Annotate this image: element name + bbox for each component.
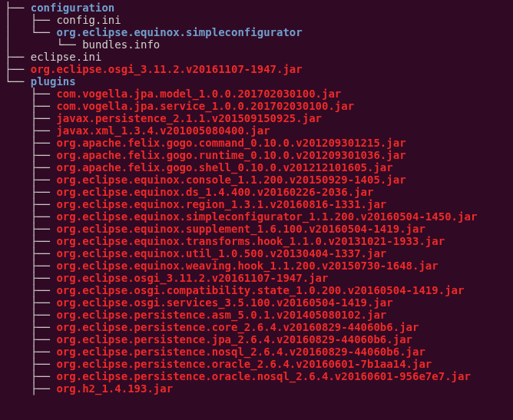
tree-prefix: │ └── xyxy=(5,26,56,38)
file-name: org.eclipse.osgi_3.11.2.v20161107-1947.j… xyxy=(56,272,328,284)
tree-line: ├── org.apache.felix.gogo.command_0.10.0… xyxy=(5,137,513,149)
file-name: org.h2_1.4.193.jar xyxy=(56,382,173,395)
tree-prefix: ├── xyxy=(5,124,56,137)
tree-line: ├── org.eclipse.osgi.services_3.5.100.v2… xyxy=(5,296,513,309)
tree-prefix: ├── xyxy=(5,284,56,296)
tree-prefix: ├── xyxy=(5,260,56,272)
tree-prefix: └── xyxy=(5,75,31,88)
file-name: com.vogella.jpa.model_1.0.0.201702030100… xyxy=(56,88,341,100)
tree-line: ├── org.apache.felix.gogo.shell_0.10.0.v… xyxy=(5,161,513,174)
tree-line: ├── org.eclipse.equinox.console_1.1.200.… xyxy=(5,174,513,186)
tree-prefix: ├── xyxy=(5,51,31,63)
tree-prefix: ├── xyxy=(5,210,56,223)
tree-prefix: ├── xyxy=(5,198,56,210)
file-name: org.eclipse.equinox.weaving.hook_1.1.200… xyxy=(56,260,438,272)
tree-prefix: ├── xyxy=(5,137,56,149)
tree-output: ├── configuration│ ├── config.ini│ └── o… xyxy=(0,0,513,395)
tree-prefix: │ ├── xyxy=(5,14,56,26)
tree-line: ├── org.eclipse.persistence.core_2.6.4.v… xyxy=(5,321,513,333)
file-name: org.eclipse.persistence.nosql_2.6.4.v201… xyxy=(56,346,425,358)
file-name: org.eclipse.persistence.jpa_2.6.4.v20160… xyxy=(56,333,412,346)
file-name: com.vogella.jpa.service_1.0.0.2017020301… xyxy=(56,100,354,112)
tree-line: └── plugins xyxy=(5,75,513,88)
tree-line: ├── org.eclipse.osgi_3.11.2.v20161107-19… xyxy=(5,63,513,75)
tree-prefix: ├── xyxy=(5,370,56,382)
tree-line: ├── eclipse.ini xyxy=(5,51,513,63)
tree-line: ├── org.eclipse.equinox.supplement_1.6.1… xyxy=(5,223,513,235)
tree-prefix: ├── xyxy=(5,63,31,75)
directory-name: org.eclipse.equinox.simpleconfigurator xyxy=(56,26,302,38)
tree-prefix: ├── xyxy=(5,333,56,346)
tree-prefix: ├── xyxy=(5,112,56,124)
tree-prefix: ├── xyxy=(5,223,56,235)
file-name: org.eclipse.equinox.util_1.0.500.v201304… xyxy=(56,247,386,260)
tree-line: ├── org.eclipse.persistence.oracle.nosql… xyxy=(5,370,513,382)
file-name: org.apache.felix.gogo.runtime_0.10.0.v20… xyxy=(56,149,405,161)
file-name: bundles.info xyxy=(82,38,160,51)
directory-name: configuration xyxy=(31,2,115,14)
file-name: eclipse.ini xyxy=(31,51,102,63)
tree-line: ├── org.eclipse.equinox.util_1.0.500.v20… xyxy=(5,247,513,260)
tree-line: ├── org.eclipse.persistence.asm_5.0.1.v2… xyxy=(5,309,513,321)
tree-line: ├── org.eclipse.persistence.nosql_2.6.4.… xyxy=(5,346,513,358)
tree-prefix: ├── xyxy=(5,382,56,395)
file-name: org.eclipse.equinox.supplement_1.6.100.v… xyxy=(56,223,425,235)
tree-line: ├── org.eclipse.equinox.region_1.3.1.v20… xyxy=(5,198,513,210)
tree-line: ├── org.eclipse.osgi.compatibility.state… xyxy=(5,284,513,296)
tree-line: ├── org.h2_1.4.193.jar xyxy=(5,382,513,395)
file-name: org.eclipse.osgi.compatibility.state_1.0… xyxy=(56,284,464,296)
file-name: org.apache.felix.gogo.command_0.10.0.v20… xyxy=(56,137,405,149)
tree-line: ├── com.vogella.jpa.model_1.0.0.20170203… xyxy=(5,88,513,100)
file-name: javax.xml_1.3.4.v201005080400.jar xyxy=(56,124,270,137)
tree-prefix: ├── xyxy=(5,309,56,321)
file-name: config.ini xyxy=(56,14,121,26)
tree-prefix: ├── xyxy=(5,235,56,247)
tree-prefix: ├── xyxy=(5,100,56,112)
tree-line: ├── javax.xml_1.3.4.v201005080400.jar xyxy=(5,124,513,137)
tree-prefix: ├── xyxy=(5,149,56,161)
tree-line: ├── org.eclipse.equinox.simpleconfigurat… xyxy=(5,210,513,223)
file-name: org.eclipse.persistence.asm_5.0.1.v20140… xyxy=(56,309,386,321)
directory-name: plugins xyxy=(31,75,76,88)
file-name: org.eclipse.persistence.oracle.nosql_2.6… xyxy=(56,370,470,382)
tree-prefix: ├── xyxy=(5,2,31,14)
tree-prefix: ├── xyxy=(5,272,56,284)
tree-line: ├── org.eclipse.osgi_3.11.2.v20161107-19… xyxy=(5,272,513,284)
file-name: org.eclipse.equinox.simpleconfigurator_1… xyxy=(56,210,477,223)
file-name: javax.persistence_2.1.1.v201509150925.ja… xyxy=(56,112,322,124)
tree-line: │ ├── config.ini xyxy=(5,14,513,26)
tree-line: ├── org.eclipse.equinox.transforms.hook_… xyxy=(5,235,513,247)
tree-prefix: ├── xyxy=(5,161,56,174)
tree-prefix: ├── xyxy=(5,247,56,260)
tree-line: ├── configuration xyxy=(5,2,513,14)
file-name: org.eclipse.osgi_3.11.2.v20161107-1947.j… xyxy=(31,63,303,75)
tree-prefix: ├── xyxy=(5,174,56,186)
tree-prefix: ├── xyxy=(5,186,56,198)
file-name: org.eclipse.equinox.ds_1.4.400.v20160226… xyxy=(56,186,373,198)
tree-line: ├── org.eclipse.persistence.oracle_2.6.4… xyxy=(5,358,513,370)
tree-prefix: ├── xyxy=(5,358,56,370)
tree-prefix: │ └── xyxy=(5,38,82,51)
tree-line: │ └── bundles.info xyxy=(5,38,513,51)
tree-prefix: ├── xyxy=(5,88,56,100)
file-name: org.eclipse.equinox.transforms.hook_1.1.… xyxy=(56,235,445,247)
tree-line: ├── org.eclipse.persistence.jpa_2.6.4.v2… xyxy=(5,333,513,346)
file-name: org.eclipse.equinox.console_1.1.200.v201… xyxy=(56,174,405,186)
tree-prefix: ├── xyxy=(5,321,56,333)
tree-line: ├── com.vogella.jpa.service_1.0.0.201702… xyxy=(5,100,513,112)
file-name: org.apache.felix.gogo.shell_0.10.0.v2012… xyxy=(56,161,392,174)
tree-prefix: ├── xyxy=(5,346,56,358)
tree-line: │ └── org.eclipse.equinox.simpleconfigur… xyxy=(5,26,513,38)
file-name: org.eclipse.persistence.core_2.6.4.v2016… xyxy=(56,321,419,333)
tree-line: ├── org.eclipse.equinox.ds_1.4.400.v2016… xyxy=(5,186,513,198)
file-name: org.eclipse.equinox.region_1.3.1.v201608… xyxy=(56,198,386,210)
tree-prefix: ├── xyxy=(5,296,56,309)
tree-line: ├── org.eclipse.equinox.weaving.hook_1.1… xyxy=(5,260,513,272)
file-name: org.eclipse.persistence.oracle_2.6.4.v20… xyxy=(56,358,432,370)
tree-line: ├── org.apache.felix.gogo.runtime_0.10.0… xyxy=(5,149,513,161)
file-name: org.eclipse.osgi.services_3.5.100.v20160… xyxy=(56,296,392,309)
tree-line: ├── javax.persistence_2.1.1.v20150915092… xyxy=(5,112,513,124)
